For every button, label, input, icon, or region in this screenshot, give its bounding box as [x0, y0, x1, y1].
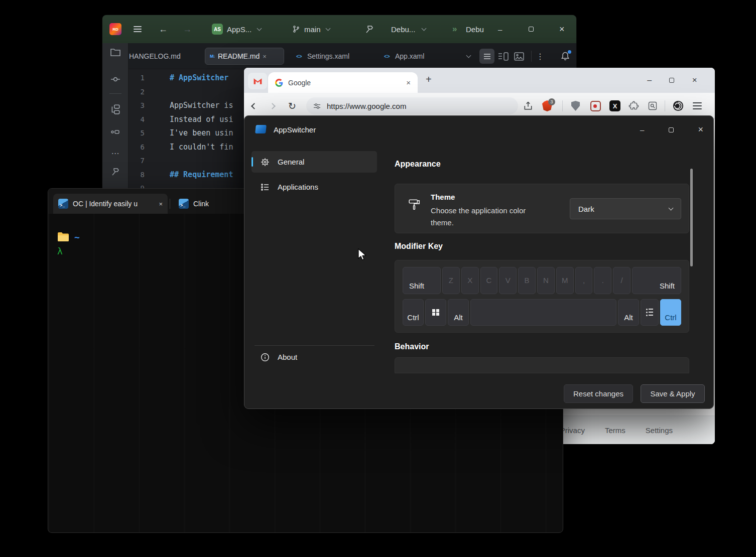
- run-config-selector[interactable]: Debu...: [391, 15, 415, 43]
- view-list-icon[interactable]: [479, 49, 494, 64]
- terminal-tab-oc[interactable]: >_ OC | Identify easily u ×: [53, 194, 168, 214]
- minimize-button[interactable]: –: [640, 125, 644, 134]
- main-menu-icon[interactable]: [134, 15, 142, 43]
- reset-changes-button[interactable]: Reset changes: [564, 384, 633, 403]
- rider-logo-icon[interactable]: RD: [109, 23, 121, 35]
- back-icon[interactable]: ←: [159, 15, 168, 43]
- footer-link-privacy[interactable]: Privacy: [560, 426, 585, 435]
- git-branch-icon[interactable]: [292, 15, 300, 43]
- theme-title: Theme: [431, 193, 455, 201]
- gear-icon: [261, 158, 270, 167]
- context-menu-icon: [646, 309, 653, 316]
- key-period[interactable]: .: [594, 267, 611, 294]
- close-tab-icon[interactable]: ×: [406, 78, 411, 87]
- terminal-tab-clink[interactable]: >_ Clink: [174, 194, 235, 214]
- content-scrollbar[interactable]: [690, 169, 693, 266]
- key-shift-left[interactable]: Shift: [403, 267, 441, 294]
- tab-title: Clink: [193, 200, 209, 208]
- key-slash[interactable]: /: [613, 267, 631, 294]
- modifier-key-card: Shift Z X C V B N M , . / Shift Ct: [395, 260, 689, 333]
- theme-dropdown[interactable]: Dark: [570, 198, 681, 219]
- tune-icon[interactable]: [313, 102, 321, 110]
- close-button[interactable]: ×: [559, 15, 565, 43]
- nav-label: General: [278, 158, 304, 166]
- debug-icon[interactable]: »: [452, 15, 457, 43]
- key-menu[interactable]: [641, 299, 659, 326]
- dialog-titlebar: AppSwitcher – ×: [244, 116, 713, 144]
- theme-value: Dark: [578, 205, 594, 213]
- project-badge[interactable]: AS: [212, 15, 223, 43]
- close-tab-icon[interactable]: ×: [263, 53, 267, 60]
- dialog-title: AppSwitcher: [274, 116, 316, 144]
- maximize-button[interactable]: [529, 15, 534, 43]
- section-behavior-heading: Behavior: [395, 342, 429, 351]
- close-button[interactable]: ×: [698, 124, 703, 135]
- debug-mode-label: Debu: [466, 15, 484, 43]
- build-tool-icon[interactable]: [110, 167, 120, 177]
- key-ctrl-right-selected[interactable]: Ctrl: [660, 299, 681, 326]
- key-ctrl-left[interactable]: Ctrl: [403, 299, 424, 326]
- chevron-down-icon: [422, 15, 426, 43]
- address-bar[interactable]: https://www.google.com: [306, 97, 518, 114]
- maximize-button[interactable]: [669, 78, 674, 83]
- nav-about[interactable]: About: [251, 346, 377, 368]
- pull-request-icon[interactable]: [110, 127, 120, 136]
- footer-link-settings[interactable]: Settings: [646, 426, 673, 435]
- browser-tabstrip: Google × + – ×: [244, 68, 715, 93]
- key-c[interactable]: C: [480, 267, 498, 294]
- project-folder-icon[interactable]: [110, 47, 121, 57]
- notifications-bell-icon[interactable]: [560, 43, 570, 69]
- tab-app-xaml[interactable]: App.xaml: [395, 43, 424, 69]
- structure-icon[interactable]: [110, 103, 121, 115]
- mouse-cursor: [358, 248, 367, 261]
- dialog-content: Appearance Theme Choose the application …: [380, 144, 713, 408]
- key-alt-left[interactable]: Alt: [448, 299, 469, 326]
- nav-applications[interactable]: Applications: [251, 176, 377, 198]
- tab-readme-active[interactable]: M↓ README.md ×: [205, 48, 284, 65]
- tab-changelog[interactable]: HANGELOG.md: [129, 43, 181, 69]
- view-image-icon[interactable]: [514, 43, 524, 69]
- minimize-button[interactable]: –: [647, 76, 652, 85]
- minimize-button[interactable]: –: [498, 15, 502, 43]
- key-b[interactable]: B: [518, 267, 536, 294]
- save-apply-button[interactable]: Save & Apply: [641, 384, 705, 403]
- dialog-sidebar: General Applications About: [244, 144, 380, 408]
- git-branch-selector[interactable]: main: [304, 15, 321, 43]
- tab-settings-xaml[interactable]: Settings.xaml: [307, 43, 349, 69]
- key-x[interactable]: X: [461, 267, 479, 294]
- footer-link-terms[interactable]: Terms: [605, 426, 625, 435]
- key-space[interactable]: [470, 299, 616, 326]
- paintbrush-icon: [408, 198, 421, 211]
- nav-label: About: [278, 353, 297, 361]
- more-options-icon[interactable]: ⋮: [536, 43, 544, 69]
- tab-list-chevron-icon[interactable]: [467, 43, 470, 69]
- commit-icon[interactable]: [110, 74, 120, 84]
- project-selector[interactable]: AppS...: [227, 15, 251, 43]
- build-hammer-icon[interactable]: [364, 15, 374, 43]
- more-tools-icon[interactable]: ⋯: [111, 149, 119, 158]
- app-list-icon: [261, 183, 270, 192]
- xaml-icon: <>: [384, 43, 390, 69]
- key-m[interactable]: M: [556, 267, 574, 294]
- key-shift-right[interactable]: Shift: [632, 267, 681, 294]
- close-tab-icon[interactable]: ×: [159, 200, 163, 208]
- close-button[interactable]: ×: [692, 75, 697, 85]
- key-alt-right[interactable]: Alt: [618, 299, 639, 326]
- maximize-button[interactable]: [669, 127, 674, 132]
- folder-icon: [57, 232, 69, 242]
- browser-tab-google[interactable]: Google ×: [268, 72, 418, 93]
- forward-icon[interactable]: →: [183, 15, 192, 43]
- view-split-icon[interactable]: [498, 43, 509, 69]
- pinned-gmail-tab[interactable]: [248, 73, 267, 89]
- xaml-icon: <>: [296, 43, 302, 69]
- new-tab-button[interactable]: +: [426, 74, 432, 85]
- key-n[interactable]: N: [537, 267, 555, 294]
- nav-general[interactable]: General: [251, 151, 377, 173]
- tab-title: Google: [288, 79, 401, 87]
- key-v[interactable]: V: [499, 267, 517, 294]
- theme-card: Theme Choose the application color theme…: [395, 184, 689, 233]
- key-comma[interactable]: ,: [575, 267, 593, 294]
- key-z[interactable]: Z: [442, 267, 460, 294]
- shields-badge: 3: [548, 98, 555, 105]
- key-win[interactable]: [425, 299, 446, 326]
